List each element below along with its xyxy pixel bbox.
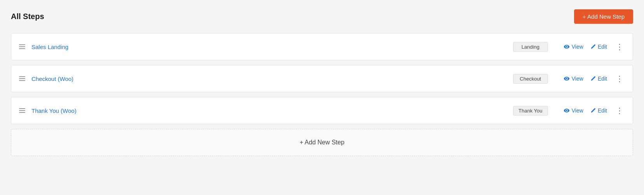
step-name[interactable]: Sales Landing (31, 44, 513, 50)
edit-label: Edit (598, 44, 607, 50)
step-badge: Landing (513, 42, 548, 52)
svg-rect-8 (19, 112, 25, 113)
drag-handle-icon[interactable] (19, 107, 25, 114)
step-name[interactable]: Checkout (Woo) (31, 76, 513, 82)
step-card: Sales Landing Landing View Edit ⋮ (11, 33, 633, 60)
drag-handle-icon[interactable] (19, 76, 25, 82)
page-header: All Steps + Add New Step (11, 9, 633, 24)
add-new-step-button-top[interactable]: + Add New Step (574, 9, 633, 24)
edit-label: Edit (598, 107, 607, 114)
step-name[interactable]: Thank You (Woo) (31, 107, 513, 114)
edit-label: Edit (598, 76, 607, 82)
svg-rect-0 (19, 44, 25, 45)
svg-rect-4 (19, 78, 25, 79)
step-badge: Thank You (513, 106, 548, 116)
more-options-button[interactable]: ⋮ (614, 75, 625, 83)
eye-icon (564, 76, 570, 82)
step-actions: View Edit ⋮ (564, 107, 625, 114)
eye-icon (564, 107, 570, 114)
step-badge: Checkout (513, 74, 548, 84)
add-step-footer-label: + Add New Step (300, 139, 344, 146)
step-actions: View Edit ⋮ (564, 43, 625, 51)
svg-rect-5 (19, 80, 25, 81)
pencil-icon (590, 76, 596, 81)
view-button[interactable]: View (564, 107, 583, 114)
svg-rect-3 (19, 76, 25, 77)
more-options-button[interactable]: ⋮ (614, 107, 625, 114)
step-card: Checkout (Woo) Checkout View Edit ⋮ (11, 65, 633, 92)
view-button[interactable]: View (564, 76, 583, 82)
add-new-step-footer[interactable]: + Add New Step (11, 129, 633, 156)
svg-rect-1 (19, 46, 25, 47)
steps-list: Sales Landing Landing View Edit ⋮ (11, 33, 633, 124)
step-actions: View Edit ⋮ (564, 75, 625, 83)
pencil-icon (590, 108, 596, 113)
svg-rect-7 (19, 110, 25, 111)
svg-rect-2 (19, 48, 25, 49)
view-label: View (572, 44, 583, 50)
more-options-button[interactable]: ⋮ (614, 43, 625, 51)
svg-rect-6 (19, 108, 25, 109)
edit-button[interactable]: Edit (590, 76, 607, 82)
eye-icon (564, 44, 570, 50)
view-label: View (572, 76, 583, 82)
pencil-icon (590, 44, 596, 49)
page-title: All Steps (11, 12, 44, 21)
view-button[interactable]: View (564, 44, 583, 50)
edit-button[interactable]: Edit (590, 107, 607, 114)
drag-handle-icon[interactable] (19, 44, 25, 50)
step-card: Thank You (Woo) Thank You View Edit ⋮ (11, 97, 633, 124)
edit-button[interactable]: Edit (590, 44, 607, 50)
view-label: View (572, 107, 583, 114)
